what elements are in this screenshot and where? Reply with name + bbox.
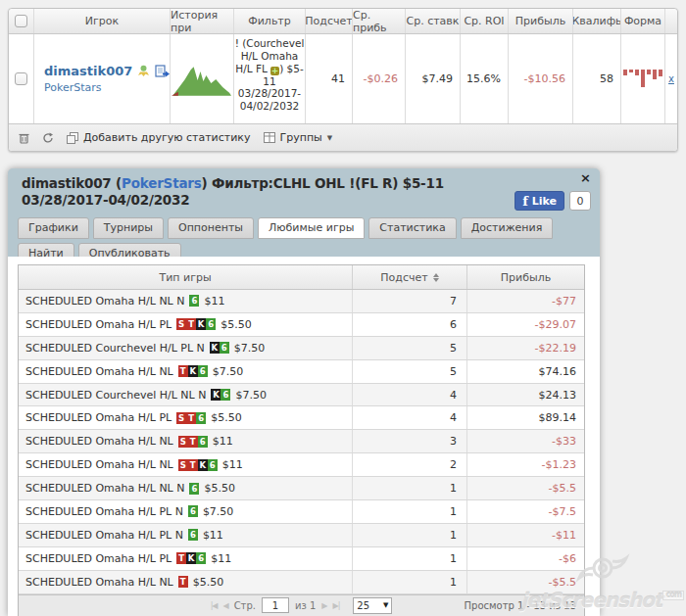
filter-plus-icon[interactable]: + [270,67,279,75]
game-feature-badges: 6 [188,529,198,541]
badge-T: T [188,436,198,448]
game-feature-badges: 6 [188,505,198,517]
facebook-like-count: 0 [569,191,591,211]
game-count-value: 1 [353,477,467,499]
col-avg-stake[interactable]: Ср. ставк [406,9,461,33]
favorite-game-row[interactable]: SCHEDULED Omaha H/L NLSTK6$112-$1.23 [19,453,584,477]
badge-S: S [178,436,188,448]
col-player[interactable]: Игрок [34,9,171,33]
row-checkbox[interactable] [15,72,27,85]
profit-value: -$10.56 [509,34,573,123]
favorite-game-row[interactable]: SCHEDULED Omaha H/L PLST6$5.504$89.14 [19,406,584,430]
badge-6: 6 [196,412,206,424]
col-avg-profit[interactable]: Ср. прибь [353,9,406,33]
delete-button[interactable] [19,132,29,144]
groups-icon [264,132,275,143]
favorite-game-row[interactable]: SCHEDULED Omaha H/L PLTK6$111-$6 [19,547,584,571]
badge-S: S [176,318,186,330]
col-filter[interactable]: Фильтр [234,9,306,33]
favorite-game-row[interactable]: SCHEDULED Omaha H/L PL N6$111-$11 [19,524,584,547]
col-game-profit[interactable]: Прибыль [467,265,584,289]
stake-label: $7.50 [234,342,266,355]
game-profit-value: -$77 [467,290,584,312]
badge-6: 6 [189,483,199,495]
groups-label: Группы [280,131,322,144]
popup-title: dimastik007 (PokerStars) Фильтр:CLHL OHL… [22,175,502,210]
stake-label: $5.50 [220,318,252,331]
badge-6: 6 [206,318,216,330]
favorite-game-row[interactable]: SCHEDULED Omaha H/L PLSTK6$5.506-$29.07 [19,313,584,337]
game-count-value: 4 [353,384,467,406]
col-count[interactable]: Подсчет [306,9,353,33]
col-history[interactable]: История при [171,9,234,33]
avg-roi-value: 15.6% [461,34,509,123]
tab-4[interactable]: Статистика [368,217,456,239]
tab-2[interactable]: Оппоненты [168,217,254,239]
stake-label: $11 [222,458,243,471]
tab-3[interactable]: Любимые игры [258,217,365,239]
tab-0[interactable]: Графики [18,217,89,239]
stake-label: $7.50 [213,365,244,378]
chevron-down-icon: ▼ [383,601,388,609]
facebook-like-button[interactable]: f Like [514,191,564,211]
col-avg-roi[interactable]: Ср. ROI [461,9,509,33]
favorite-game-row[interactable]: SCHEDULED Courchevel H/L PL NK6$7.505-$2… [19,337,584,360]
filter-cell: ! (Courchevel H/L Omaha H/L FL +) $5-11 … [234,34,306,123]
refresh-button[interactable] [42,132,54,144]
player-site-link[interactable]: PokerStars [44,81,102,94]
page-size-select[interactable]: 25 ▼ [353,597,392,614]
game-type-label: SCHEDULED Omaha H/L PL [25,411,172,424]
favorite-game-row[interactable]: SCHEDULED Omaha H/L NLTK6$7.505$74.16 [19,360,584,384]
favorite-game-row[interactable]: SCHEDULED Omaha H/L NL N6$117-$77 [19,290,584,313]
tab-1[interactable]: Турниры [93,217,164,239]
player-name-link[interactable]: dimastik007 [44,64,132,78]
count-value: 41 [306,34,353,123]
favorite-game-row[interactable]: SCHEDULED Omaha H/L NL N6$5.501-$5.5 [19,477,584,500]
profit-history-cell [171,34,234,123]
tab-5[interactable]: Достижения [461,217,554,239]
game-type-label: SCHEDULED Omaha H/L NL N [25,295,184,308]
facebook-like-label: Like [532,195,557,208]
close-icon[interactable]: × [580,170,591,185]
game-feature-badges: ST6 [178,436,208,448]
player-notes-icon[interactable] [155,65,170,77]
favorite-game-row[interactable]: SCHEDULED Omaha H/L NLT$5.501-$5.5 [19,571,584,594]
remove-row-link[interactable]: x [668,73,674,84]
add-statistic-button[interactable]: Добавить другую статистику [67,131,251,144]
sort-icon [433,273,439,282]
favorite-game-row[interactable]: SCHEDULED Omaha H/L NLST6$113-$33 [19,430,584,453]
game-profit-value: -$33 [467,430,584,452]
game-type-label: SCHEDULED Omaha H/L NL [25,365,173,378]
game-count-value: 1 [353,500,467,523]
first-page-icon[interactable]: |◀ [211,601,218,610]
groups-button[interactable]: Группы ▼ [264,131,333,144]
col-game-count[interactable]: Подсчет [353,265,467,289]
trash-icon [19,132,29,144]
next-page-icon[interactable]: ▶ [321,601,326,610]
col-qualified[interactable]: Квалифь [573,9,621,33]
badge-6: 6 [220,342,229,354]
page-number-input[interactable] [262,597,289,613]
col-form[interactable]: Форма [621,9,665,33]
badge-6: 6 [188,529,198,541]
game-profit-value: -$1.23 [467,453,584,476]
game-profit-value: -$29.07 [467,313,584,336]
stake-label: $11 [204,295,224,308]
select-all-checkbox[interactable] [15,15,27,27]
game-type-label: SCHEDULED Omaha H/L NL N [25,482,184,495]
game-count-value: 1 [353,524,467,546]
badge-K: K [211,389,220,401]
last-page-icon[interactable]: ▶| [333,601,340,610]
col-profit[interactable]: Прибыль [509,9,573,33]
badge-K: K [198,459,208,471]
favorite-games-table: Тип игры Подсчет Прибыль SCHEDULED Omaha… [18,264,585,616]
prev-page-icon[interactable]: ◀ [222,601,227,610]
stats-toolbar: Добавить другую статистику Группы ▼ [9,124,677,151]
favorite-game-row[interactable]: SCHEDULED Omaha H/L PL N6$7.501-$7.5 [19,500,584,524]
game-feature-badges: TK6 [176,552,206,564]
col-game-type[interactable]: Тип игры [19,265,353,289]
game-count-value: 5 [353,360,467,383]
badge-S: S [176,412,186,424]
player-avatar-icon[interactable] [137,65,150,77]
favorite-game-row[interactable]: SCHEDULED Courchevel H/L NL NK6$7.504$24… [19,384,584,407]
